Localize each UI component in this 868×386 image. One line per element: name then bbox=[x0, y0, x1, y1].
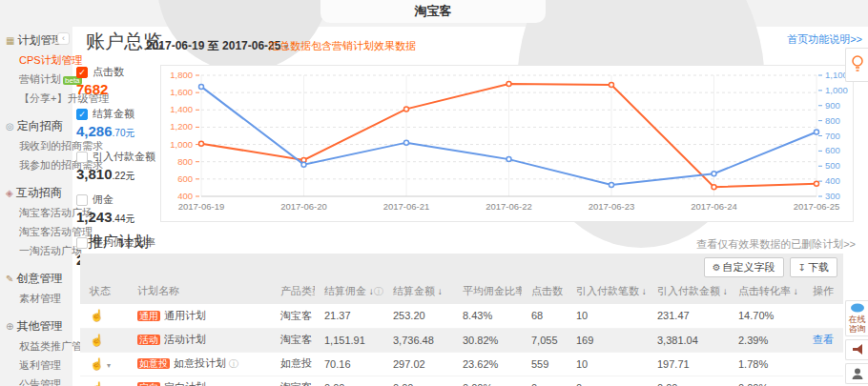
plan-name: 定向计划 bbox=[164, 381, 206, 386]
value-cell: 197.71 bbox=[648, 352, 729, 376]
action-cell bbox=[803, 352, 843, 376]
chevron-down-icon[interactable]: ▾ bbox=[107, 361, 111, 370]
value-cell: 7,055 bbox=[522, 328, 567, 352]
sidebar-section-location-pin[interactable]: ◎定向招商 bbox=[6, 118, 72, 134]
stat-label: 引入付款金额 bbox=[93, 150, 155, 164]
sidebar-item[interactable]: 一淘活动广场 bbox=[19, 244, 72, 258]
sidebar-item[interactable]: 返利管理 bbox=[19, 358, 72, 373]
status-hand-icon[interactable]: ☝ bbox=[90, 357, 104, 371]
checkbox[interactable] bbox=[76, 152, 88, 163]
value-cell: 23.62% bbox=[453, 352, 522, 376]
column-header-label: 点击数 bbox=[531, 285, 563, 296]
checkbox[interactable]: ✓ bbox=[76, 109, 88, 120]
deleted-plans-link[interactable]: 查看仅有效果数据的已删除计划>> bbox=[696, 237, 856, 252]
value-cell: 68 bbox=[522, 304, 567, 328]
checkbox[interactable] bbox=[76, 237, 88, 249]
tips-widget[interactable] bbox=[845, 48, 868, 82]
column-header[interactable]: 引入付款金额 ↓ bbox=[648, 280, 729, 304]
action-cell: 查看 bbox=[803, 328, 843, 352]
svg-text:2017-06-19: 2017-06-19 bbox=[178, 201, 225, 212]
svg-text:400: 400 bbox=[177, 191, 193, 201]
svg-text:300: 300 bbox=[825, 191, 840, 201]
status-hand-icon[interactable]: ☝ bbox=[90, 381, 104, 386]
info-icon: ⓘ bbox=[226, 358, 238, 369]
status-hand-icon[interactable]: ☝ bbox=[90, 309, 104, 322]
svg-text:600: 600 bbox=[177, 173, 193, 184]
data-point bbox=[199, 141, 204, 146]
view-link[interactable]: 查看 bbox=[813, 334, 834, 345]
value-cell: 559 bbox=[522, 352, 567, 376]
sidebar-item[interactable]: CPS计划管理 bbox=[19, 53, 72, 68]
gear-icon: ⚙ bbox=[713, 262, 721, 273]
value-cell: 3,736.48 bbox=[383, 328, 453, 352]
sidebar-item[interactable]: 素材管理 bbox=[19, 292, 72, 306]
stat-label: 结算金额 bbox=[93, 107, 134, 121]
column-header[interactable]: 点击转化率 ↓ bbox=[729, 280, 803, 304]
tab-title: 淘宝客 bbox=[415, 4, 452, 18]
stat-value: 7682 bbox=[76, 81, 158, 97]
checkbox[interactable] bbox=[76, 194, 88, 206]
column-header[interactable]: 结算佣金 ↓ⓘ bbox=[315, 280, 383, 304]
clipboard-icon: ▦ bbox=[6, 35, 14, 46]
download-button[interactable]: ↧下载 bbox=[790, 257, 837, 277]
value-cell: 70.16 bbox=[315, 352, 383, 376]
value-cell: 0.00 bbox=[648, 376, 729, 386]
value-cell: 10 bbox=[567, 352, 648, 376]
data-point bbox=[610, 82, 614, 87]
sidebar-item[interactable]: 淘宝客活动广场 bbox=[19, 206, 72, 220]
plan-name-cell: 活动活动计划 bbox=[128, 328, 271, 352]
date-range-picker[interactable]: 2017-06-19 至 2017-06-25 ▾ bbox=[146, 38, 288, 54]
status-hand-icon[interactable]: ☝ bbox=[90, 334, 104, 347]
online-consult-widget[interactable]: 在线 咨询 bbox=[845, 300, 868, 336]
column-header-label: 操作 bbox=[813, 285, 834, 296]
product-type-cell: 淘宝客 bbox=[271, 376, 315, 386]
plus-circle-icon: ⊕ bbox=[6, 321, 13, 332]
value-cell: 3,381.04 bbox=[648, 328, 729, 352]
announcement-widget[interactable] bbox=[845, 339, 868, 360]
sidebar-item[interactable]: 营销计划beta bbox=[19, 72, 72, 87]
column-header[interactable]: 平均佣金比率 ↓ⓘ bbox=[453, 280, 522, 304]
sidebar-collapse-button[interactable]: ‹ bbox=[57, 32, 70, 45]
online-consult-label-line2: 咨询 bbox=[846, 324, 868, 334]
megaphone-icon bbox=[851, 343, 864, 356]
data-point bbox=[815, 130, 819, 134]
location-pin-icon: ◎ bbox=[6, 121, 14, 132]
checkbox[interactable]: ✓ bbox=[76, 67, 88, 78]
data-point bbox=[815, 181, 819, 186]
info-icon: ⓘ bbox=[374, 286, 383, 296]
value-cell: 1.78% bbox=[729, 352, 803, 376]
stat-unit: .22元 bbox=[113, 171, 135, 181]
sort-arrow-icon: ↓ bbox=[435, 286, 443, 296]
status-cell: ☝ bbox=[80, 328, 128, 352]
svg-text:700: 700 bbox=[825, 131, 840, 141]
column-header[interactable]: 引入付款笔数 ↓ bbox=[567, 280, 648, 304]
sidebar-item[interactable]: 我收到的招商需求 bbox=[19, 139, 72, 153]
help-link[interactable]: 首页功能说明>> bbox=[787, 32, 862, 47]
customize-fields-button[interactable]: ⚙自定义字段 bbox=[704, 257, 784, 277]
contact-widget[interactable] bbox=[845, 363, 868, 384]
sidebar-item[interactable]: 公告管理 bbox=[19, 377, 72, 386]
browser-tab: 淘宝客 bbox=[320, 0, 546, 23]
product-type-cell: 如意投 bbox=[271, 352, 315, 376]
sidebar-section-plus-circle[interactable]: ⊕其他管理 bbox=[6, 318, 72, 335]
sidebar-section: ◈互动招商淘宝客活动广场淘宝客活动管理一淘活动广场 bbox=[6, 185, 72, 258]
sort-arrow-icon: ↓ bbox=[366, 286, 374, 296]
sidebar-section-megaphone[interactable]: ◈互动招商 bbox=[6, 185, 72, 201]
column-header[interactable]: 点击数 ↓ bbox=[522, 280, 567, 304]
sidebar-item[interactable]: 我参加的招商需求 bbox=[19, 158, 72, 173]
status-cell: ☝ bbox=[80, 304, 128, 328]
sidebar-section-label: 创意管理 bbox=[16, 272, 62, 285]
stat-item: ✓结算金额4,286.70元 bbox=[76, 107, 158, 140]
column-header[interactable]: 结算金额 ↓ bbox=[383, 280, 453, 304]
data-point bbox=[404, 107, 409, 112]
date-range-label: 2017-06-19 至 2017-06-25 bbox=[146, 39, 280, 52]
sidebar-item[interactable]: 权益类推广管理new bbox=[19, 339, 72, 354]
sidebar-item[interactable]: 【分享+】升级管理 bbox=[19, 91, 72, 106]
sidebar-section: ✎创意管理素材管理 bbox=[6, 271, 72, 306]
value-cell: 21.37 bbox=[315, 304, 383, 328]
sidebar-item[interactable]: 淘宝客活动管理 bbox=[19, 225, 72, 239]
value-cell: 297.02 bbox=[383, 352, 453, 376]
sidebar-section-pencil[interactable]: ✎创意管理 bbox=[6, 271, 72, 287]
column-header-label: 产品类型 bbox=[280, 285, 315, 296]
column-header-label: 点击转化率 bbox=[738, 285, 791, 296]
